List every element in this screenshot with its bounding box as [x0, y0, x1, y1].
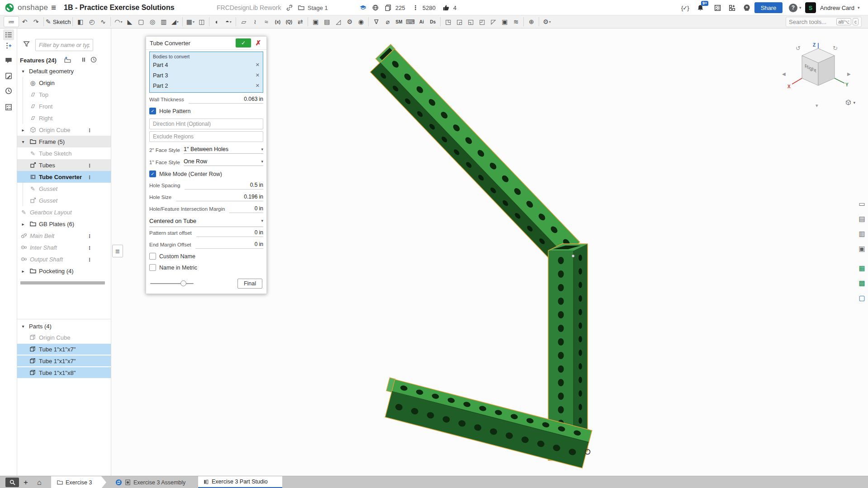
toggle-feature-list-tool[interactable]: ≔ — [4, 16, 19, 27]
feature-item-tube-converter[interactable]: Tube Converter⁝ — [17, 171, 111, 183]
routing-tool[interactable]: ≋ — [510, 16, 522, 27]
feature-item-tube-sketch[interactable]: ✎Tube Sketch — [17, 147, 111, 159]
project-curve-tool[interactable]: ◿ — [332, 16, 344, 27]
display-states-icon[interactable]: ▥ — [856, 228, 868, 239]
remove-body-icon[interactable]: ✕ — [256, 72, 260, 78]
redo-tool[interactable]: ↷ — [30, 16, 42, 27]
slider-knob[interactable] — [180, 280, 186, 286]
surface-tool[interactable]: ▤ — [321, 16, 332, 27]
rib-tool[interactable]: ▥ — [158, 16, 169, 27]
select-centered-on-tube[interactable]: Centered on Tube▾ — [149, 215, 263, 227]
gear-tool[interactable]: ⚙ — [344, 16, 355, 27]
variable-table-tool[interactable]: (Q) — [283, 16, 294, 27]
copies-icon[interactable] — [384, 0, 392, 15]
bom-panel-icon[interactable] — [3, 102, 14, 113]
input-direction-hint-optional-[interactable]: Direction Hint (Optional) — [149, 118, 263, 129]
cancel-button[interactable]: ✗ — [254, 38, 263, 47]
named-views-icon[interactable]: ▤ — [856, 213, 868, 224]
extrude-tool[interactable]: ◧ — [75, 16, 86, 27]
join-tool[interactable]: ◲ — [454, 16, 465, 27]
link-icon[interactable] — [286, 0, 293, 15]
tab-exercise-3-assembly[interactable]: Exercise 3 Assembly — [111, 476, 194, 488]
accept-button[interactable]: ✓ — [236, 38, 251, 47]
custom-tables-panel-icon[interactable] — [3, 71, 14, 81]
annotations-icon[interactable]: ▣ — [856, 243, 868, 254]
search-tools-box[interactable]: Search tools... alt/⌥ c — [786, 17, 862, 27]
feature-menu-dots[interactable]: ⁝ — [89, 174, 90, 180]
feature-item-gb-plates-6-[interactable]: ▸GB Plates (6) — [17, 218, 111, 230]
part-item-tube-1-x1-x8-[interactable]: Tube 1"x1"x8" — [17, 367, 111, 378]
filter-icon[interactable] — [23, 40, 30, 48]
filter-input[interactable]: Filter by name or type — [35, 39, 93, 51]
field-value[interactable]: 0.5 in — [185, 182, 263, 190]
layout-panel-icon[interactable]: ▢ — [856, 292, 868, 303]
versions-panel-icon[interactable] — [3, 85, 14, 96]
feature-item-right[interactable]: Right — [17, 112, 111, 124]
fillet-tool[interactable]: ◠▾ — [113, 16, 124, 27]
feature-menu-dots[interactable]: ⁝ — [89, 256, 90, 263]
feature-item-default-geometry[interactable]: ▾Default geometry — [17, 65, 111, 77]
feature-item-top[interactable]: Top — [17, 89, 111, 100]
feature-item-inter-shaft[interactable]: Inter Shaft⁝ — [17, 242, 111, 253]
checkbox-hole-pattern[interactable]: ✓Hole Pattern — [149, 105, 263, 117]
boolean-tool[interactable]: ◐ — [211, 16, 223, 27]
likes-icon[interactable] — [442, 0, 450, 15]
search-tabs-button[interactable] — [5, 478, 19, 487]
custom-features-tool[interactable]: ⚙▾ — [541, 16, 552, 27]
chevron-down-icon[interactable]: ▾ — [20, 139, 26, 144]
split-tool[interactable]: ◓▾ — [223, 16, 234, 27]
configuration-panel-icon[interactable]: ▩ — [856, 277, 868, 289]
apps-icon[interactable] — [728, 0, 736, 15]
feature-item-pocketing-4-[interactable]: ▸Pocketing (4) — [17, 265, 111, 277]
body-item-part-2[interactable]: Part 2✕ — [150, 81, 263, 91]
comments-panel-icon[interactable] — [3, 55, 14, 66]
chevron-down-icon[interactable]: ▾ — [20, 69, 26, 74]
onshape-logo[interactable] — [5, 0, 14, 15]
body-item-part-3[interactable]: Part 3✕ — [150, 70, 263, 81]
chevron-right-icon[interactable]: ▸ — [20, 269, 26, 274]
revolve-tool[interactable]: ◴ — [86, 16, 97, 27]
add-tab-button[interactable]: + — [24, 476, 28, 488]
checkbox-custom-name[interactable]: Custom Name — [149, 251, 263, 262]
filter-tool[interactable]: ∇ — [370, 16, 382, 27]
ai-tool-tool[interactable]: Ai — [416, 16, 427, 27]
view-options-button[interactable]: ▾ — [845, 99, 855, 106]
final-button[interactable]: Final — [237, 279, 262, 289]
feature-menu-dots[interactable]: ⁝ — [89, 244, 90, 251]
variable-tool[interactable]: (x) — [272, 16, 283, 27]
curve-tool[interactable]: ≈ — [261, 16, 272, 27]
chamfer-tool[interactable]: ◣ — [124, 16, 135, 27]
rollback-slider[interactable] — [150, 283, 194, 284]
measure-tool[interactable]: ⌀ — [382, 16, 393, 27]
transform-tool[interactable]: ⇄ — [294, 16, 306, 27]
field-value[interactable]: 0.063 in — [189, 96, 263, 104]
field-value[interactable]: 0 in — [229, 205, 263, 213]
education-icon[interactable] — [359, 0, 367, 15]
part-item-origin-cube[interactable]: Origin Cube — [17, 332, 111, 343]
select-2-face-style[interactable]: 2" Face Style1" Between Holes▾ — [149, 144, 263, 156]
shell-tool[interactable]: ▢ — [135, 16, 147, 27]
remove-body-icon[interactable]: ✕ — [256, 62, 260, 68]
isolate-tool-icon[interactable]: ▭ — [856, 198, 868, 209]
part-item-tube-1-x1-x7-[interactable]: Tube 1"x1"x7" — [17, 355, 111, 366]
bodies-to-convert-list[interactable]: Bodies to convert Part 4✕Part 3✕Part 2✕ — [149, 52, 263, 93]
feature-item-gearbox-layout[interactable]: ✎Gearbox Layout — [17, 206, 111, 218]
help-button[interactable]: ?▾ — [789, 0, 802, 15]
suppress-icon[interactable] — [80, 56, 87, 63]
chevron-right-icon[interactable]: ▸ — [20, 128, 26, 133]
feature-item-origin-cube[interactable]: ▸Origin Cube⁝ — [17, 124, 111, 136]
home-tab-button[interactable]: ⌂ — [37, 476, 42, 488]
design-studio-tool[interactable]: Ds — [427, 16, 438, 27]
view-cube[interactable]: Right X Y Z ↺ ↻ ◀ ▶ ▾ — [778, 38, 855, 114]
corner-tool[interactable]: ◸ — [488, 16, 499, 27]
hole-tool[interactable]: ◎ — [147, 16, 158, 27]
main-menu-button[interactable]: ≡ — [51, 0, 56, 15]
tasks-icon[interactable] — [714, 0, 721, 15]
share-button[interactable]: Share — [754, 2, 783, 13]
checkbox-box[interactable] — [149, 264, 156, 271]
remove-face-tool[interactable]: ◱ — [465, 16, 476, 27]
feature-item-origin[interactable]: ◎Origin — [17, 77, 111, 89]
public-icon[interactable] — [372, 0, 379, 15]
input-exclude-regions[interactable]: Exclude Regions — [149, 131, 263, 142]
helix-tool[interactable]: ≀ — [249, 16, 261, 27]
